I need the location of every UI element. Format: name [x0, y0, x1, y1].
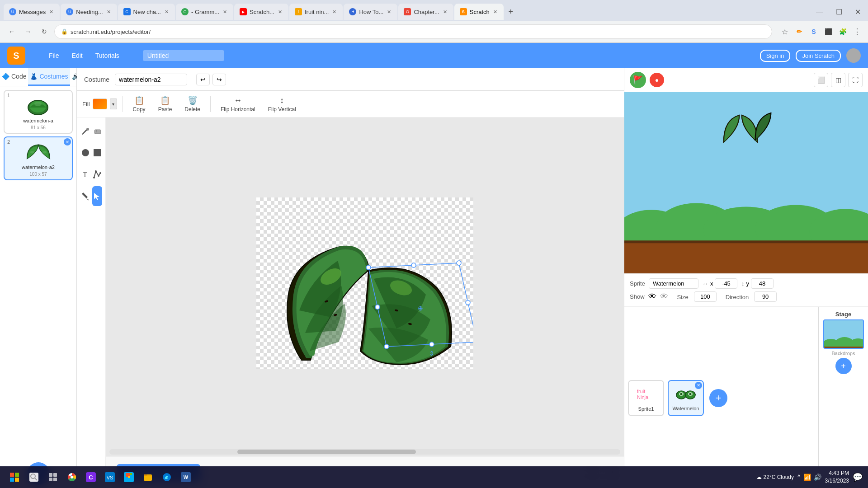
- tab-howto[interactable]: H How To... ✕: [344, 4, 397, 20]
- chrome-taskbar[interactable]: [63, 468, 80, 486]
- explorer-taskbar[interactable]: [139, 468, 156, 486]
- extension1-icon[interactable]: ✏: [794, 26, 805, 37]
- redo-btn[interactable]: ↪: [212, 74, 226, 85]
- costume-item-2[interactable]: 2 ✕: [4, 136, 73, 180]
- nav-edit[interactable]: Edit: [66, 49, 88, 62]
- tab-fruit-ninja[interactable]: f fruit nin... ✕: [289, 4, 343, 20]
- canvas-scroll[interactable]: ⊕ ⇕: [106, 117, 624, 449]
- view-normal-btn[interactable]: ⬜: [814, 73, 828, 87]
- sign-in-btn[interactable]: Sign in: [760, 50, 791, 62]
- costume-delete-2[interactable]: ✕: [64, 138, 71, 145]
- rect-tool[interactable]: [92, 143, 102, 163]
- extension3-icon[interactable]: ⬛: [823, 26, 834, 37]
- sprites-area: fruit Ninja Sprite1 ✕: [624, 307, 818, 488]
- flip-v-btn[interactable]: ↕ Flip Vertical: [264, 94, 301, 114]
- undo-btn[interactable]: ↩: [196, 74, 210, 85]
- chevron-up-icon[interactable]: ^: [797, 474, 801, 481]
- maximize-btn[interactable]: ☐: [832, 6, 846, 18]
- tab-close[interactable]: ✕: [442, 8, 448, 16]
- tab-new-cha[interactable]: C New cha... ✕: [118, 4, 175, 20]
- tab-needing[interactable]: U Needing... ✕: [61, 4, 117, 20]
- green-flag-btn[interactable]: 🚩: [630, 72, 646, 88]
- windows-taskbar-btn[interactable]: [120, 468, 137, 486]
- notification-btn[interactable]: 💬: [853, 472, 863, 482]
- y-input[interactable]: [751, 278, 774, 289]
- tab-close[interactable]: ✕: [106, 8, 112, 16]
- eraser-tool[interactable]: [92, 121, 102, 141]
- word-taskbar[interactable]: W: [177, 468, 194, 486]
- svg-point-3: [30, 151, 34, 154]
- tab-scratch-active[interactable]: S Scratch ✕: [454, 4, 504, 20]
- nav-file[interactable]: File: [43, 49, 65, 62]
- drawing-canvas[interactable]: ⊕ ⇕: [256, 197, 473, 369]
- tab-close[interactable]: ✕: [331, 8, 337, 16]
- paste-btn[interactable]: 📋 Paste: [154, 94, 177, 114]
- size-input[interactable]: [694, 291, 717, 302]
- forward-btn[interactable]: →: [22, 25, 34, 38]
- canva-taskbar[interactable]: C: [82, 468, 99, 486]
- delete-btn[interactable]: 🗑️ Delete: [180, 94, 205, 114]
- tab-chapter[interactable]: O Chapter... ✕: [398, 4, 453, 20]
- tab-code[interactable]: 🔷 Code: [0, 68, 28, 86]
- nav-tutorials[interactable]: Tutorials: [90, 49, 125, 62]
- tab-gramm[interactable]: G - Gramm... ✕: [176, 4, 233, 20]
- costume-item-1[interactable]: 1 watermelon-a 81 x 56: [4, 90, 73, 134]
- view-split-btn[interactable]: ◫: [831, 73, 845, 87]
- circle-tool[interactable]: [80, 143, 90, 163]
- costume-name-field[interactable]: [115, 74, 187, 85]
- extension2-icon[interactable]: S: [808, 26, 819, 37]
- tab-close[interactable]: ✕: [164, 8, 170, 16]
- select-tool[interactable]: [92, 186, 102, 206]
- menu-btn[interactable]: ⋮: [852, 26, 863, 37]
- h-scrollbar[interactable]: [109, 449, 620, 455]
- back-btn[interactable]: ←: [5, 25, 18, 38]
- new-tab-button[interactable]: +: [505, 5, 517, 18]
- speaker-icon[interactable]: 🔊: [814, 474, 821, 481]
- direction-input[interactable]: [754, 291, 777, 302]
- extensions-btn[interactable]: 🧩: [837, 26, 848, 37]
- add-backdrop-btn[interactable]: +: [835, 358, 852, 374]
- watermelon-delete-btn[interactable]: ✕: [695, 382, 702, 389]
- vscode-taskbar[interactable]: VS: [101, 468, 118, 486]
- reshape-tool[interactable]: [92, 164, 102, 184]
- stage-thumb[interactable]: [823, 319, 864, 349]
- sprite-thumb-watermelon[interactable]: ✕: [668, 380, 704, 416]
- join-scratch-btn[interactable]: Join Scratch: [796, 50, 841, 62]
- eye-hide-btn[interactable]: 👁: [660, 292, 668, 301]
- tab-scratch-close[interactable]: ✕: [492, 8, 498, 16]
- x-input[interactable]: [715, 278, 737, 289]
- close-btn[interactable]: ✕: [851, 6, 864, 18]
- stop-btn[interactable]: ●: [650, 73, 664, 87]
- tab-scratch-yt[interactable]: ▶ Scratch... ✕: [234, 4, 288, 20]
- project-title-input[interactable]: [143, 50, 224, 61]
- search-btn[interactable]: [25, 468, 42, 486]
- eye-show-btn[interactable]: 👁: [648, 292, 656, 301]
- system-clock[interactable]: 4:43 PM 3/16/2023: [825, 469, 849, 485]
- tab-close[interactable]: ✕: [48, 8, 54, 16]
- add-sprite-btn[interactable]: +: [709, 389, 727, 407]
- tab-messages[interactable]: U Messages ✕: [4, 4, 60, 20]
- view-fullscreen-btn[interactable]: ⛶: [848, 73, 863, 87]
- edge-taskbar[interactable]: [158, 468, 175, 486]
- copy-btn[interactable]: 📋 Copy: [128, 94, 150, 114]
- tab-close[interactable]: ✕: [277, 8, 283, 16]
- fill-color-preview[interactable]: [93, 99, 107, 109]
- fill-dropdown[interactable]: ▾: [110, 99, 117, 109]
- tab-close[interactable]: ✕: [386, 8, 392, 16]
- refresh-btn[interactable]: ↻: [38, 25, 51, 38]
- fill-tool[interactable]: [80, 186, 90, 206]
- brush-tool[interactable]: [80, 121, 90, 141]
- flip-h-btn[interactable]: ↔ Flip Horizontal: [216, 94, 260, 114]
- sprite-thumb-sprite1[interactable]: fruit Ninja Sprite1: [628, 380, 664, 416]
- url-bar[interactable]: 🔒 scratch.mit.edu/projects/editor/: [54, 24, 772, 39]
- tab-costumes[interactable]: 👗 Costumes: [28, 68, 70, 86]
- text-tool[interactable]: T: [80, 164, 90, 184]
- bookmark-icon[interactable]: ☆: [779, 26, 790, 37]
- task-view-btn[interactable]: [44, 468, 61, 486]
- wifi-icon[interactable]: 📶: [803, 474, 811, 481]
- svg-point-14: [99, 172, 101, 174]
- start-btn[interactable]: [5, 468, 24, 486]
- tab-close[interactable]: ✕: [222, 8, 228, 16]
- sprite-name-input[interactable]: [649, 278, 698, 289]
- minimize-btn[interactable]: —: [812, 6, 827, 18]
